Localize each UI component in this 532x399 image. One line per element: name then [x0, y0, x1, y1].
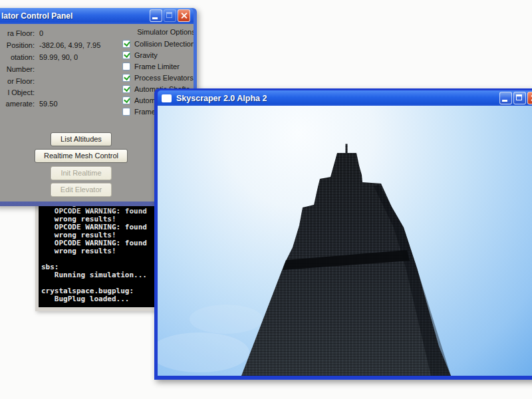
collision-detection-checkbox[interactable]: [122, 40, 130, 48]
stat-label: ra Floor:: [0, 29, 35, 37]
stat-label: or Floor:: [0, 77, 35, 85]
control-panel-titlebar[interactable]: lator Control Panel: [0, 8, 194, 24]
skyscraper-render: [158, 106, 532, 376]
minimize-icon: [152, 17, 158, 19]
frame-limiter-checkbox[interactable]: [122, 63, 130, 70]
stat-label: Position:: [0, 41, 35, 49]
option-label: Process Elevators: [134, 74, 194, 82]
skyscraper-title: Skyscraper 2.0 Alpha 2: [176, 94, 267, 103]
edit-elevator-button[interactable]: Edit Elevator: [51, 183, 112, 197]
maximize-icon: [166, 12, 172, 18]
stat-elevator-floor: or Floor:: [0, 77, 39, 85]
stat-camera-floor: ra Floor:0: [0, 29, 43, 37]
3d-viewport[interactable]: [158, 106, 532, 376]
stat-elevator-number: Number:: [0, 65, 39, 73]
stat-framerate: amerate:59.50: [0, 100, 58, 108]
control-panel-title: lator Control Panel: [1, 11, 72, 21]
maximize-button[interactable]: [164, 9, 176, 22]
option-automatic: Autom: [122, 96, 156, 104]
maximize-icon: [516, 94, 522, 100]
stat-camera-rotation: otation:59.99, 90, 0: [0, 53, 78, 61]
option-process-elevators: Process Elevators: [122, 74, 194, 82]
stat-value: 59.50: [39, 100, 58, 108]
minimize-button[interactable]: [499, 92, 512, 104]
option-gravity: Gravity: [122, 51, 158, 59]
process-elevators-checkbox[interactable]: [122, 74, 130, 82]
init-realtime-button[interactable]: Init Realtime: [51, 166, 112, 180]
frame-checkbox[interactable]: [122, 108, 130, 116]
close-button[interactable]: [527, 92, 532, 104]
option-label: Collision Detection: [134, 40, 194, 48]
stat-label: amerate:: [0, 100, 35, 108]
simulator-options-header: Simulator Options: [130, 28, 194, 36]
stat-label: otation:: [0, 53, 35, 61]
cloud: [190, 305, 263, 334]
stat-value: 59.99, 90, 0: [39, 53, 78, 61]
skyscraper-window: Skyscraper 2.0 Alpha 2: [154, 88, 532, 380]
stat-value: 0: [39, 29, 43, 37]
minimize-icon: [502, 100, 507, 102]
stat-object: l Object:: [0, 88, 39, 96]
close-icon: [180, 12, 188, 19]
option-label: Frame: [134, 108, 156, 116]
stat-label: l Object:: [0, 88, 35, 96]
stat-label: Number:: [0, 65, 35, 73]
stat-camera-position: Position:-382.06, 4.99, 7.95: [0, 41, 100, 49]
skyscraper-titlebar[interactable]: Skyscraper 2.0 Alpha 2: [158, 90, 532, 106]
realtime-mesh-control-button[interactable]: Realtime Mesh Control: [35, 149, 128, 163]
minimize-button[interactable]: [150, 9, 162, 22]
list-altitudes-button[interactable]: List Altitudes: [51, 132, 112, 146]
maximize-button[interactable]: [513, 92, 526, 104]
option-label: Gravity: [134, 51, 158, 59]
option-frame-limiter: Frame Limiter: [122, 63, 180, 70]
stat-value: -382.06, 4.99, 7.95: [39, 41, 100, 49]
app-icon: [162, 94, 172, 102]
close-button[interactable]: [178, 9, 190, 22]
gravity-checkbox[interactable]: [122, 51, 130, 59]
option-frame: Frame: [122, 108, 156, 116]
automatic-checkbox[interactable]: [122, 96, 130, 104]
option-label: Autom: [134, 96, 156, 104]
option-label: Frame Limiter: [134, 63, 180, 70]
automatic-shafts-checkbox[interactable]: [122, 85, 130, 93]
option-collision-detection: Collision Detection: [122, 40, 194, 48]
